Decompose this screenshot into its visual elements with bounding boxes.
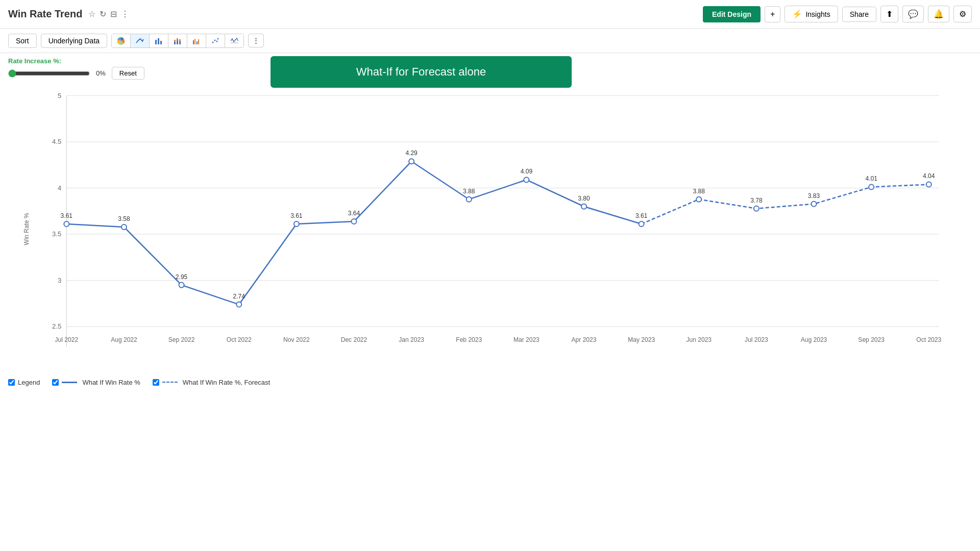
refresh-icon[interactable]: ↻ [100,9,106,19]
svg-point-16 [217,38,219,39]
line-chart-button[interactable] [131,34,150,47]
svg-point-56 [581,204,586,209]
svg-rect-7 [179,41,181,44]
insights-button[interactable]: ⚡ Insights [785,6,838,22]
underlying-data-button[interactable]: Underlying Data [41,34,107,48]
insights-icon: ⚡ [792,9,802,19]
svg-point-52 [351,219,356,224]
alert-icon[interactable]: 🔔 [928,6,949,22]
y-axis-label: Win Rate % [23,213,30,245]
svg-text:4.04: 4.04 [923,172,935,180]
chart-svg: 5 4.5 4 3.5 3 2.5 Jul 2022 Aug 2022 Sep … [36,84,949,374]
svg-text:3.61: 3.61 [61,212,73,219]
svg-text:Dec 2022: Dec 2022 [341,336,368,343]
legend-item2-line [162,382,178,383]
svg-text:Jul 2023: Jul 2023 [745,336,768,343]
svg-text:Sep 2023: Sep 2023 [858,336,885,343]
pie-chart-button[interactable] [112,34,131,47]
sort-button[interactable]: Sort [8,34,37,48]
what-if-banner-text: What-If for Forecast alone [356,65,486,78]
chart-container: Win Rate % 5 4.5 4 3.5 3 2.5 Jul 2022 Au… [36,84,949,374]
legend-checkbox[interactable] [8,379,15,386]
svg-text:4.09: 4.09 [521,168,533,175]
svg-rect-0 [155,40,157,44]
header-left: Win Rate Trend ☆ ↻ ⊟ ⋮ [8,8,129,20]
bar-chart-button[interactable] [150,34,168,47]
svg-text:5: 5 [58,92,61,99]
svg-point-48 [121,224,127,230]
star-icon[interactable]: ☆ [88,9,95,19]
legend-item-1: What If Win Rate % [52,379,140,386]
what-if-banner: What-If for Forecast alone [271,56,572,88]
svg-text:3.80: 3.80 [578,195,590,202]
svg-rect-5 [177,40,178,44]
legend-item1-checkbox[interactable] [52,379,59,386]
svg-text:3.61: 3.61 [290,212,303,219]
svg-rect-9 [193,40,194,44]
settings-icon[interactable]: ⚙ [953,6,972,22]
svg-text:3: 3 [58,277,61,284]
legend-toggle[interactable]: Legend [8,379,40,386]
svg-point-53 [409,159,414,164]
svg-text:3.78: 3.78 [750,197,763,204]
save-icon[interactable]: ⊟ [110,9,117,19]
svg-text:Nov 2022: Nov 2022 [283,336,310,343]
chart-type-selector [111,34,244,48]
svg-text:May 2023: May 2023 [628,336,655,343]
rate-slider[interactable] [8,69,90,78]
svg-text:4.5: 4.5 [52,138,61,145]
grouped-bar-button[interactable] [187,34,206,47]
reset-button[interactable]: Reset [112,67,144,80]
upload-icon[interactable]: ⬆ [880,6,898,22]
comment-icon[interactable]: 💬 [902,6,924,22]
stacked-bar-icon [174,37,182,45]
header: Win Rate Trend ☆ ↻ ⊟ ⋮ Edit Design + ⚡ I… [0,0,980,29]
pie-chart-icon [117,37,125,45]
svg-text:Apr 2023: Apr 2023 [572,336,597,343]
svg-text:Oct 2022: Oct 2022 [227,336,252,343]
share-button[interactable]: Share [842,7,876,22]
svg-text:Feb 2023: Feb 2023 [456,336,482,343]
legend-item1-label: What If Win Rate % [82,379,140,386]
svg-point-59 [754,206,759,211]
svg-point-15 [216,40,218,42]
svg-rect-8 [179,39,181,41]
svg-text:Aug 2023: Aug 2023 [801,336,827,343]
add-button[interactable]: + [765,6,780,22]
more-options-icon[interactable]: ⋮ [121,9,129,19]
legend-label: Legend [18,379,40,386]
page-title: Win Rate Trend [8,8,82,20]
svg-text:3.5: 3.5 [52,230,61,238]
edit-design-button[interactable]: Edit Design [703,6,761,22]
scatter-chart-icon [211,37,219,45]
svg-point-51 [294,221,299,227]
svg-text:4.01: 4.01 [865,175,877,182]
grouped-bar-icon [192,37,201,45]
svg-rect-4 [174,40,176,42]
svg-point-60 [811,202,816,207]
svg-rect-11 [197,41,198,44]
more-button[interactable]: ⋮ [248,34,264,47]
svg-text:3.58: 3.58 [118,215,130,222]
stacked-bar-button[interactable] [168,34,187,47]
svg-point-14 [214,39,216,41]
legend-item2-checkbox[interactable] [153,379,159,386]
svg-point-61 [869,185,874,190]
svg-rect-6 [177,38,178,40]
svg-rect-10 [194,39,195,44]
svg-text:Jan 2023: Jan 2023 [399,336,424,343]
svg-text:4: 4 [58,184,61,192]
svg-point-58 [696,197,701,202]
svg-point-57 [639,221,644,227]
svg-text:3.88: 3.88 [463,188,475,195]
legend-item-2: What If Win Rate %, Forecast [153,379,270,386]
scatter-chart-button[interactable] [206,34,225,47]
svg-text:2.5: 2.5 [52,322,61,330]
svg-point-54 [467,197,472,202]
svg-rect-2 [160,41,162,44]
special-chart-button[interactable] [225,34,243,47]
svg-point-49 [179,283,184,288]
special-chart-icon [230,37,238,45]
bar-chart-icon [155,37,163,45]
insights-label: Insights [805,10,830,18]
